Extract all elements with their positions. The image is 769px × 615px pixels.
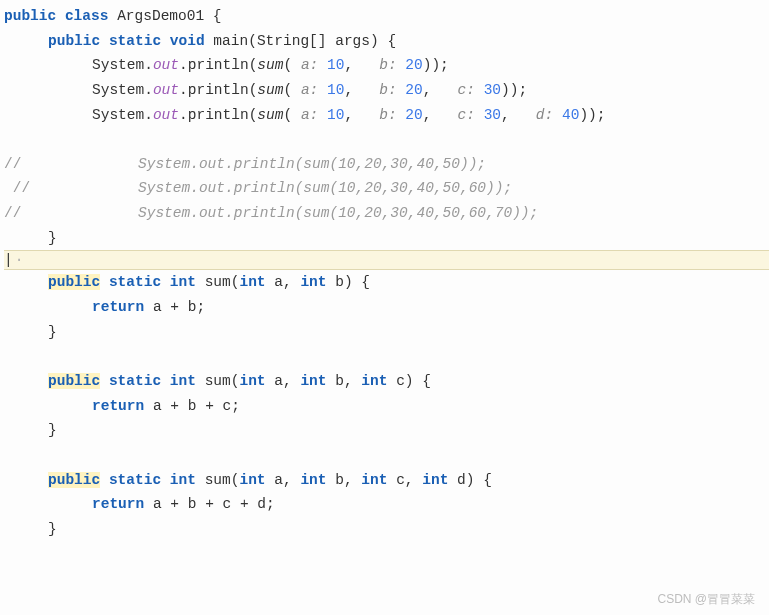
return-3args: return a + b + c; xyxy=(4,394,769,419)
return-2args: return a + b; xyxy=(4,295,769,320)
method-sum-2args: public static int sum(int a, int b) { xyxy=(4,270,769,295)
class-declaration: public class ArgsDemo01 { xyxy=(4,4,769,29)
close-brace-m1: } xyxy=(4,320,769,345)
method-sum-4args: public static int sum(int a, int b, int … xyxy=(4,468,769,493)
commented-line-1: //System.out.println(sum(10,20,30,40,50)… xyxy=(4,152,769,177)
watermark: CSDN @冒冒菜菜 xyxy=(657,589,755,609)
main-method-declaration: public static void main(String[] args) { xyxy=(4,29,769,54)
caret-line: | · xyxy=(4,250,769,270)
println-call-3: System.out.println(sum( a: 10, b: 20, c:… xyxy=(4,103,769,128)
commented-line-3: //System.out.println(sum(10,20,30,40,50,… xyxy=(4,201,769,226)
println-call-2: System.out.println(sum( a: 10, b: 20, c:… xyxy=(4,78,769,103)
close-brace-m2: } xyxy=(4,418,769,443)
method-sum-3args: public static int sum(int a, int b, int … xyxy=(4,369,769,394)
close-brace-m3: } xyxy=(4,517,769,542)
blank-line xyxy=(4,344,769,369)
main-close-brace: } xyxy=(4,226,769,251)
blank-line xyxy=(4,443,769,468)
println-call-1: System.out.println(sum( a: 10, b: 20)); xyxy=(4,53,769,78)
code-block: public class ArgsDemo01 { public static … xyxy=(4,4,769,541)
blank-line xyxy=(4,127,769,152)
return-4args: return a + b + c + d; xyxy=(4,492,769,517)
commented-line-2: //System.out.println(sum(10,20,30,40,50,… xyxy=(4,176,769,201)
